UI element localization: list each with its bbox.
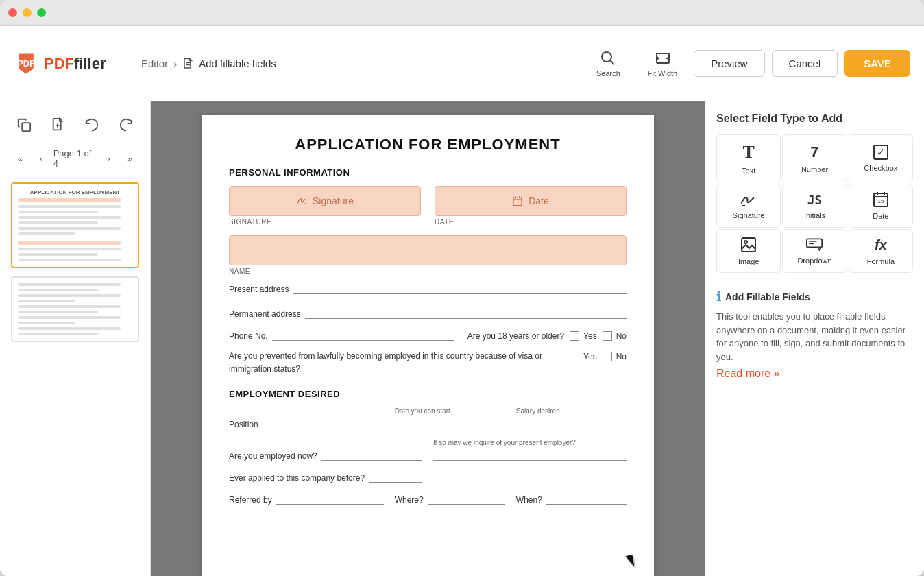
fit-width-button[interactable]: Fit Width: [642, 47, 683, 80]
svg-text:15: 15: [877, 198, 884, 204]
next-page-button[interactable]: ›: [99, 149, 118, 168]
referred-row: Referred by Where? When?: [229, 492, 627, 505]
inquire-field: If so may we inquire of your present emp…: [433, 439, 627, 461]
field-types-grid: T Text 7 Number ✓ Checkbox: [716, 134, 913, 273]
phone-input[interactable]: [272, 328, 454, 341]
logo-text: PDFfiller: [44, 55, 106, 73]
salary-input[interactable]: [516, 417, 627, 429]
svg-point-22: [744, 241, 747, 243]
read-more-row: Read more »: [716, 368, 913, 380]
breadcrumb-current: Add fillable fields: [182, 58, 276, 70]
signature-placeholder: Signature: [313, 195, 354, 206]
thumbnail-1[interactable]: APPLICATION FOR EMPLOYMENT: [11, 182, 139, 268]
age-question: Are you 18 years or older?: [467, 331, 564, 341]
field-type-signature[interactable]: Signature: [716, 184, 781, 228]
employed-row: Are you employed now? If so may we inqui…: [229, 439, 627, 461]
toolbar-row-1: [0, 110, 150, 140]
immigration-no-checkbox[interactable]: [603, 352, 612, 361]
dropdown-icon: [806, 237, 823, 252]
header-tools: Search Fit Width: [591, 47, 683, 80]
date-box[interactable]: Date: [435, 186, 627, 216]
document-area[interactable]: APPLICATION FOR EMPLOYMENT PERSONAL INFO…: [151, 101, 705, 576]
position-field: Position: [229, 417, 384, 429]
when-field: When?: [516, 492, 627, 505]
doc-title: APPLICATION FOR EMPLOYMENT: [229, 136, 627, 154]
date-field-icon: 15: [873, 191, 889, 208]
signature-date-row: Signature SIGNATURE Date: [229, 186, 627, 216]
permanent-address-input[interactable]: [305, 307, 627, 319]
svg-point-5: [602, 52, 611, 62]
thumbnail-2[interactable]: [11, 276, 139, 342]
present-address-input[interactable]: [293, 282, 627, 294]
info-box: ℹ Add Fillable Fields This tool enables …: [716, 284, 913, 385]
svg-rect-21: [742, 238, 755, 252]
minimize-btn[interactable]: [23, 8, 32, 17]
where-input[interactable]: [428, 492, 505, 505]
save-button[interactable]: SAVE: [844, 50, 910, 77]
field-type-initials[interactable]: JS Initials: [782, 184, 847, 228]
cancel-button[interactable]: Cancel: [772, 50, 838, 77]
immigration-row: Are you prevented from lawfully becoming…: [229, 349, 627, 375]
applied-input[interactable]: [369, 470, 422, 483]
info-title-text: Add Fillable Fields: [725, 291, 810, 302]
read-more-link[interactable]: Read more »: [716, 368, 780, 379]
position-label: Position: [229, 420, 258, 429]
inquire-label: If so may we inquire of your present emp…: [433, 439, 627, 447]
add-page-button[interactable]: [45, 110, 71, 140]
signature-field[interactable]: Signature SIGNATURE: [229, 186, 421, 216]
immigration-yes-checkbox[interactable]: [570, 352, 579, 361]
last-page-button[interactable]: »: [121, 149, 139, 168]
referred-input[interactable]: [276, 492, 384, 505]
date-field[interactable]: Date DATE: [435, 186, 627, 216]
search-button[interactable]: Search: [591, 47, 626, 80]
age-yes-checkbox[interactable]: [570, 331, 579, 341]
maximize-btn[interactable]: [37, 8, 46, 17]
page-info: Page 1 of 4: [53, 148, 97, 169]
date-field-label: Date: [873, 212, 888, 220]
field-type-date[interactable]: 15 Date: [849, 184, 913, 228]
start-date-input[interactable]: [395, 417, 505, 429]
permanent-address-label: Permanent address: [229, 309, 301, 319]
referred-label: Referred by: [229, 495, 272, 505]
field-type-image[interactable]: Image: [716, 229, 781, 273]
field-type-checkbox[interactable]: ✓ Checkbox: [849, 134, 913, 182]
inquire-input[interactable]: [433, 448, 627, 461]
breadcrumb-editor[interactable]: Editor: [141, 58, 168, 69]
when-label: When?: [516, 495, 542, 505]
position-row: Position Date you can start Salary desir…: [229, 407, 627, 429]
svg-rect-8: [22, 123, 30, 131]
employed-field: Are you employed now?: [229, 448, 422, 461]
field-type-number[interactable]: 7 Number: [782, 134, 847, 182]
age-yes-label: Yes: [583, 331, 597, 341]
initials-icon: JS: [807, 193, 823, 207]
age-question-group: Are you 18 years or older? Yes No: [467, 331, 627, 341]
age-no-row: No: [603, 331, 627, 341]
fit-width-label: Fit Width: [648, 69, 677, 77]
add-page-icon: [51, 117, 66, 132]
applied-row: Ever applied to this company before?: [229, 470, 627, 483]
when-input[interactable]: [546, 492, 627, 505]
redo-icon: [119, 117, 134, 132]
age-no-checkbox[interactable]: [603, 331, 612, 341]
svg-line-6: [610, 60, 614, 64]
field-type-dropdown[interactable]: Dropdown: [782, 229, 847, 273]
redo-button[interactable]: [113, 110, 139, 140]
undo-button[interactable]: [80, 110, 106, 140]
field-type-formula[interactable]: fx Formula: [849, 229, 913, 273]
signature-box[interactable]: Signature: [229, 186, 421, 216]
close-btn[interactable]: [8, 8, 17, 17]
date-placeholder: Date: [528, 195, 549, 206]
fit-width-icon: [655, 50, 671, 67]
preview-button[interactable]: Preview: [694, 50, 764, 77]
field-type-text[interactable]: T Text: [716, 134, 781, 182]
undo-icon: [84, 117, 99, 132]
permanent-address-row: Permanent address: [229, 307, 627, 319]
where-label: Where?: [395, 495, 424, 505]
employed-input[interactable]: [321, 448, 422, 461]
copy-pages-button[interactable]: [11, 110, 37, 140]
prev-page-button[interactable]: ‹: [32, 149, 51, 168]
position-input[interactable]: [263, 417, 384, 429]
checkbox-label: Checkbox: [864, 164, 897, 172]
name-input-box[interactable]: [229, 235, 627, 265]
first-page-button[interactable]: «: [11, 149, 29, 168]
